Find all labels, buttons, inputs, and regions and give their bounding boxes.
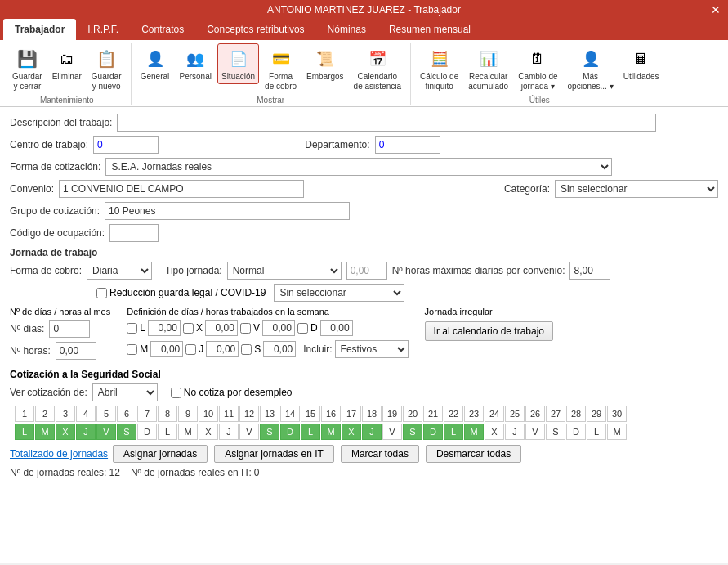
calendar-day-0[interactable]: L [15, 424, 34, 440]
mas-opciones-button[interactable]: 👤 Másopciones... ▾ [564, 43, 618, 94]
l-checkbox-label[interactable]: L [127, 322, 145, 334]
calendar-number-17[interactable]: 17 [342, 406, 361, 422]
calendar-day-11[interactable]: V [239, 424, 259, 440]
j-checkbox-label[interactable]: J [185, 343, 203, 355]
calendar-number-5[interactable]: 5 [96, 406, 116, 422]
personal-button[interactable]: 👥 Personal [176, 43, 216, 84]
reduccion-select[interactable]: Sin seleccionar [274, 284, 404, 302]
marcar-todas-button[interactable]: Marcar todas [341, 445, 419, 463]
calendar-day-28[interactable]: L [587, 424, 606, 440]
calendar-number-13[interactable]: 13 [260, 406, 279, 422]
x-value-input[interactable] [205, 320, 238, 336]
calculo-finiquito-button[interactable]: 🧮 Cálculo definiquito [416, 43, 462, 94]
d-value-input[interactable] [320, 320, 353, 336]
calendar-day-24[interactable]: J [505, 424, 525, 440]
totalizado-link[interactable]: Totalizado de jornadas [10, 448, 108, 460]
d-checkbox-label[interactable]: D [297, 322, 318, 334]
desmarcar-todas-button[interactable]: Desmarcar todas [426, 445, 521, 463]
calendar-day-8[interactable]: M [178, 424, 198, 440]
codigo-ocupacion-input[interactable] [109, 224, 159, 242]
calendar-number-15[interactable]: 15 [301, 406, 320, 422]
cambio-jornada-button[interactable]: 🗓 Cambio dejornada ▾ [514, 43, 561, 94]
embargos-button[interactable]: 📜 Embargos [302, 43, 348, 84]
forma-cotizacion-select[interactable]: S.E.A. Jornadas reales [105, 158, 612, 176]
calendar-number-9[interactable]: 9 [178, 406, 198, 422]
calendar-day-5[interactable]: S [117, 424, 136, 440]
asignar-jornadas-button[interactable]: Asignar jornadas [113, 445, 208, 463]
categoria-select[interactable]: Sin seleccionar [555, 180, 718, 198]
calendar-number-12[interactable]: 12 [239, 406, 259, 422]
calendar-number-21[interactable]: 21 [423, 406, 443, 422]
v-checkbox-label[interactable]: V [240, 322, 260, 334]
v-value-input[interactable] [262, 320, 295, 336]
x-checkbox[interactable] [183, 323, 194, 334]
calendar-number-10[interactable]: 10 [199, 406, 218, 422]
calendar-day-13[interactable]: D [280, 424, 300, 440]
n-horas-input[interactable] [56, 342, 96, 360]
no-cotiza-checkbox[interactable] [171, 388, 181, 398]
grupo-cotizacion-input[interactable] [105, 202, 350, 220]
calendar-number-30[interactable]: 30 [607, 406, 627, 422]
l-value-input[interactable] [148, 320, 181, 336]
calendar-day-6[interactable]: D [137, 424, 157, 440]
eliminar-button[interactable]: 🗂 Eliminar [48, 43, 86, 84]
guardar-nuevo-button[interactable]: 📋 Guardary nuevo [87, 43, 126, 94]
horas-jornada-input[interactable] [346, 262, 387, 280]
calendar-day-15[interactable]: M [321, 424, 341, 440]
no-cotiza-label[interactable]: No cotiza por desempleo [171, 387, 293, 398]
tipo-jornada-select[interactable]: Normal [227, 262, 342, 280]
calendar-day-26[interactable]: S [546, 424, 565, 440]
calendar-day-23[interactable]: X [485, 424, 504, 440]
calendar-number-18[interactable]: 18 [362, 406, 382, 422]
general-button[interactable]: 👤 General [136, 43, 174, 84]
calendar-day-22[interactable]: M [464, 424, 484, 440]
calendar-number-20[interactable]: 20 [403, 406, 422, 422]
close-button[interactable]: ✕ [703, 0, 728, 20]
calendar-day-25[interactable]: V [525, 424, 545, 440]
incluir-select[interactable]: Festivos [335, 340, 409, 358]
calendar-day-19[interactable]: S [403, 424, 422, 440]
situacion-button[interactable]: 📄 Situación [217, 43, 259, 84]
m-value-input[interactable] [150, 341, 183, 357]
calendar-number-2[interactable]: 2 [35, 406, 55, 422]
s-checkbox[interactable] [241, 344, 252, 355]
recalcular-button[interactable]: 📊 Recalcularacumulado [464, 43, 512, 94]
tab-contratos[interactable]: Contratos [130, 19, 195, 40]
d-checkbox[interactable] [297, 323, 308, 334]
calendar-number-1[interactable]: 1 [15, 406, 34, 422]
m-checkbox[interactable] [127, 344, 137, 355]
calendar-day-7[interactable]: L [158, 424, 177, 440]
j-value-input[interactable] [206, 341, 239, 357]
asignar-jornadas-it-button[interactable]: Asignar jornadas en IT [214, 445, 334, 463]
calendar-number-22[interactable]: 22 [444, 406, 463, 422]
calendar-day-16[interactable]: X [342, 424, 361, 440]
descripcion-input[interactable] [117, 114, 656, 132]
tab-resumen[interactable]: Resumen mensual [377, 19, 482, 40]
calendar-number-4[interactable]: 4 [76, 406, 96, 422]
calendar-day-17[interactable]: J [362, 424, 382, 440]
tab-nominas[interactable]: Nóminas [316, 19, 377, 40]
guardar-cerrar-button[interactable]: 💾 Guardary cerrar [8, 43, 47, 94]
calendar-day-2[interactable]: X [56, 424, 75, 440]
calendar-number-24[interactable]: 24 [485, 406, 504, 422]
calendar-number-26[interactable]: 26 [525, 406, 545, 422]
calendar-day-9[interactable]: X [199, 424, 218, 440]
calendar-day-20[interactable]: D [423, 424, 443, 440]
calendar-number-8[interactable]: 8 [158, 406, 177, 422]
s-value-input[interactable] [263, 341, 296, 357]
calendar-number-14[interactable]: 14 [280, 406, 300, 422]
calendar-number-23[interactable]: 23 [464, 406, 484, 422]
calendar-day-18[interactable]: V [382, 424, 402, 440]
calendar-day-3[interactable]: J [76, 424, 96, 440]
ir-calendario-button[interactable]: Ir al calendario de trabajo [425, 321, 553, 341]
l-checkbox[interactable] [127, 323, 137, 334]
calendar-number-19[interactable]: 19 [382, 406, 402, 422]
forma-cobro-select[interactable]: Diaria [87, 262, 152, 280]
calendar-number-28[interactable]: 28 [566, 406, 586, 422]
calendar-number-27[interactable]: 27 [546, 406, 565, 422]
calendar-day-12[interactable]: S [260, 424, 279, 440]
convenio-input[interactable] [59, 180, 304, 198]
calendar-day-4[interactable]: V [96, 424, 116, 440]
reduccion-checkbox[interactable] [96, 288, 107, 298]
calendar-day-29[interactable]: M [607, 424, 627, 440]
